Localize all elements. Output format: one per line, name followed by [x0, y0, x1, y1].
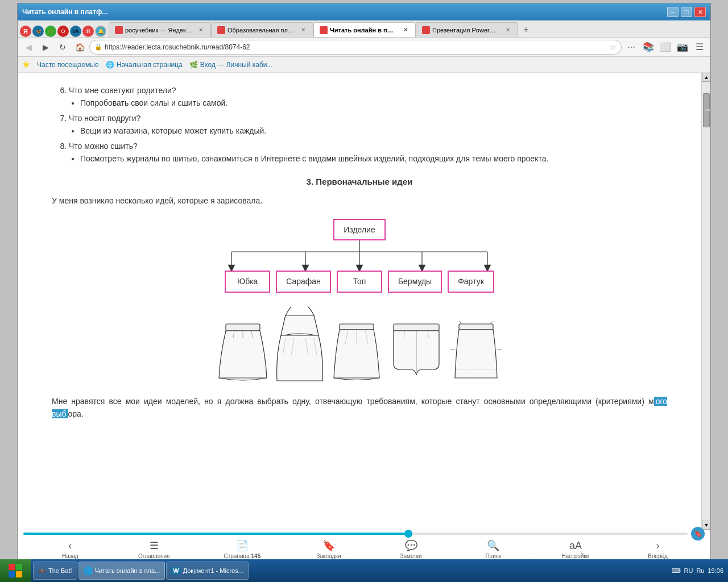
forward-label: Вперёд [648, 553, 668, 559]
tab-close-2[interactable]: ✕ [299, 26, 307, 34]
sketch-top [331, 321, 382, 384]
bookmark-frequent[interactable]: Часто посещаемые [37, 61, 99, 69]
skirt-svg [217, 321, 268, 384]
bermuda-svg [388, 321, 445, 384]
start-button[interactable] [0, 559, 31, 582]
sub-list-6: Попробовать свои силы и сшить самой. [80, 97, 667, 109]
back-label: Назад [62, 553, 78, 559]
screenshot-button[interactable]: 📷 [675, 40, 690, 55]
bookmarks-label: Закладки [316, 553, 341, 559]
sub-list-7: Вещи из магазина, которые может купить к… [80, 124, 667, 137]
address-bar[interactable]: 🔒 https://reader.lecta.rosuchebnik.ru/re… [89, 40, 622, 55]
taskbar: 🦇 The Bat! 🌐 Читать онлайн в пла... W До… [0, 559, 728, 582]
diagram-child-top: Топ [337, 271, 382, 292]
url-text: https://reader.lecta.rosuchebnik.ru/read… [105, 43, 607, 51]
browser-taskbar-label: Читать онлайн в пла... [95, 567, 160, 574]
bookmark-star-icon[interactable]: ☆ [609, 43, 617, 52]
diagram-child-bermuda: Бермуды [388, 271, 442, 292]
scroll-thumb[interactable] [703, 93, 710, 127]
tab-favicon-2 [217, 26, 225, 34]
login-favicon: 🌿 [189, 61, 198, 69]
word-icon: W [171, 567, 180, 575]
lang-indicator: RU [684, 567, 693, 574]
list-item-6: Что мне советуют родители? Попробовать с… [69, 84, 667, 110]
bookmark-login-label: Вход — Личный каби... [200, 61, 273, 69]
close-button[interactable]: ✕ [694, 7, 706, 17]
diagram-container: Изделие [200, 219, 519, 293]
list-item-7-text: Что носят подруги? [69, 114, 140, 123]
contents-toolbar-button[interactable]: ☰ Оглавление [138, 539, 170, 559]
windows-logo [7, 563, 23, 579]
refresh-button[interactable]: ↻ [55, 40, 70, 55]
nav-bar: ◀ ▶ ↻ 🏠 🔒 https://reader.lecta.rosuchebn… [18, 38, 710, 57]
taskbar-right: ⌨ RU Ru 19:06 [667, 567, 728, 575]
list-item-8-text: Что можно сшить? [69, 142, 138, 151]
tab-close-4[interactable]: ✕ [504, 26, 512, 34]
search-icon: 🔍 [487, 539, 499, 552]
notes-icon: 💬 [405, 539, 417, 552]
section-intro: У меня возникло несколько идей, которые … [52, 194, 667, 207]
section-title: 3. Первоначальные идеи [52, 175, 667, 189]
list-item-6-text: Что мне советуют родители? [69, 86, 176, 95]
scroll-thumb-grip [705, 109, 710, 111]
back-toolbar-button[interactable]: ‹ Назад [56, 540, 84, 559]
minimize-button[interactable]: ─ [667, 7, 679, 17]
diagram-children: Юбка Сарафан Топ Бермуды Фартук [225, 271, 494, 292]
taskbar-item-browser[interactable]: 🌐 Читать онлайн в пла... [78, 562, 166, 580]
contents-icon: ☰ [150, 539, 159, 552]
bookmark-login[interactable]: 🌿 Вход — Личный каби... [189, 61, 273, 69]
window-title: Читать онлайн в платф... [22, 8, 665, 16]
progress-thumb[interactable] [404, 530, 412, 538]
svg-rect-23 [340, 324, 374, 330]
search-toolbar-button[interactable]: 🔍 Поиск [479, 539, 507, 559]
forward-toolbar-button[interactable]: › Вперёд [644, 540, 672, 559]
taskbar-item-bat[interactable]: 🦇 The Bat! [33, 562, 77, 580]
tab-favicon-4 [422, 26, 430, 34]
tab-close-1[interactable]: ✕ [197, 26, 205, 34]
bottom-text-content: Мне нравятся все мои идеи моделей, но я … [52, 397, 667, 418]
sub-item-6: Попробовать свои силы и сшить самой. [80, 97, 667, 109]
browser-favicon-icon: 🌐 [84, 567, 93, 575]
bookmark-home-label: Начальная страница [117, 61, 183, 69]
settings-label: Настройки [561, 553, 589, 559]
clothing-sketches [52, 304, 667, 384]
tab-2[interactable]: Образовательная плат... ✕ [211, 22, 313, 37]
bookmarks-toolbar-button[interactable]: 🔖 Закладки [315, 539, 343, 559]
tab-label-2: Образовательная плат... [228, 27, 295, 34]
progress-track[interactable] [23, 533, 688, 535]
scroll-up-button[interactable]: ▲ [702, 73, 710, 82]
svg-rect-27 [394, 324, 439, 331]
tab-3[interactable]: Читать онлайн в платф... ✕ [313, 22, 416, 37]
tab-1[interactable]: росучебник — Яндекс... ✕ [109, 22, 211, 37]
library-button[interactable]: 📚 [641, 40, 656, 55]
ideas-diagram: Изделие [52, 219, 667, 293]
page-toolbar-button[interactable]: 📄 Страница 145 [224, 539, 260, 559]
new-tab-button[interactable]: + [518, 22, 534, 37]
tab-4[interactable]: Презентация PowerPoi... ✕ [416, 22, 518, 37]
ru-label: Ru [696, 567, 704, 574]
scrollbar[interactable]: ▲ ▼ [701, 73, 710, 530]
taskbar-item-word[interactable]: W Документ1 - Micros... [166, 562, 249, 580]
keyboard-icon: ⌨ [672, 567, 681, 575]
more-button[interactable]: ☰ [692, 40, 707, 55]
sync-button[interactable]: ⬜ [658, 40, 673, 55]
tab-close-3[interactable]: ✕ [402, 26, 410, 34]
menu-dots-button[interactable]: ··· [624, 40, 639, 55]
sub-list-8: Посмотреть журналы по шитью, ознакомитьс… [80, 152, 667, 165]
maximize-button[interactable]: □ [681, 7, 692, 17]
scroll-track[interactable] [702, 82, 710, 521]
svg-rect-12 [226, 324, 260, 331]
reader-toolbar: 🔖 ‹ Назад ☰ Оглавление 📄 Страница 145 🔖 … [18, 530, 710, 562]
tab-favicon-3 [320, 26, 328, 34]
back-button[interactable]: ◀ [21, 40, 36, 55]
contents-label: Оглавление [138, 553, 170, 559]
progress-bar-row: 🔖 [18, 530, 710, 537]
home-button[interactable]: 🏠 [72, 40, 87, 55]
settings-icon: aA [569, 540, 582, 552]
scroll-down-button[interactable]: ▼ [702, 521, 710, 530]
bookmark-home[interactable]: 🌐 Начальная страница [106, 61, 183, 69]
forward-button[interactable]: ▶ [38, 40, 53, 55]
settings-toolbar-button[interactable]: aA Настройки [561, 540, 590, 559]
sarafan-svg [274, 304, 325, 384]
notes-toolbar-button[interactable]: 💬 Заметки [397, 539, 425, 559]
